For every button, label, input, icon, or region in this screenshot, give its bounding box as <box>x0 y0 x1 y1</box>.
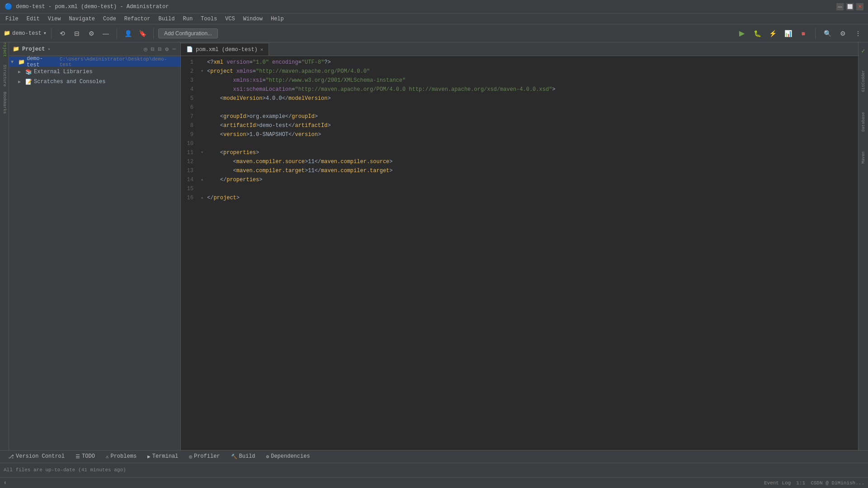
filter-icon[interactable]: ⊟ <box>157 45 163 54</box>
line-number-5: 5 <box>181 94 199 103</box>
tree-item-demo-test[interactable]: ▼ 📁 demo-test C:\Users\Administrator\Des… <box>9 57 180 67</box>
menu-edit[interactable]: Edit <box>23 15 43 23</box>
menu-window[interactable]: Window <box>240 15 266 23</box>
todo-label: TODO <box>82 453 95 460</box>
settings-gear-button[interactable]: ⚙ <box>836 27 849 40</box>
code-line-5: 5 <modelVersion>4.0.0</modelVersion> <box>181 94 858 103</box>
editor-area: 📄 pom.xml (demo-test) ✕ 1<?xml version="… <box>181 42 858 450</box>
line-number-10: 10 <box>181 139 199 148</box>
code-line-14: 14▴ </properties> <box>181 175 858 184</box>
more-button[interactable]: ⋮ <box>852 27 864 40</box>
menu-navigate[interactable]: Navigate <box>65 15 99 23</box>
stop-button[interactable]: ■ <box>797 27 810 40</box>
dependencies-label: Dependencies <box>271 453 310 460</box>
git-user-label: CSDN @ DiMinish... <box>811 480 864 486</box>
fold-gutter-11[interactable]: ▾ <box>199 148 205 157</box>
structure-icon[interactable]: Structure <box>0 71 9 80</box>
bookmark-button[interactable]: 🔖 <box>136 27 149 40</box>
collapse-all-icon[interactable]: ⊟ <box>150 45 156 54</box>
code-line-7: 7 <groupId>org.example</groupId> <box>181 112 858 121</box>
tab-terminal[interactable]: ▶ Terminal <box>143 452 183 461</box>
collapse-button[interactable]: ⊟ <box>71 27 83 40</box>
fold-gutter-14[interactable]: ▴ <box>199 175 205 184</box>
tree-label-ext-lib: External Libraries <box>34 69 93 75</box>
close-button[interactable]: ✕ <box>856 3 863 10</box>
project-panel: 📁 Project ▾ ◎ ⊟ ⊟ ⚙ — ▼ 📁 demo-test C:\U… <box>9 42 181 450</box>
status-bar: ⬆ Event Log 1:1 CSDN @ DiMinish... <box>0 477 868 488</box>
fold-gutter-16[interactable]: ▴ <box>199 193 205 202</box>
tab-problems[interactable]: ⚠ Problems <box>101 452 141 461</box>
tab-todo[interactable]: ☰ TODO <box>71 452 99 461</box>
bookmarks-icon[interactable]: Bookmarks <box>0 99 9 107</box>
menu-help[interactable]: Help <box>267 15 288 23</box>
menu-code[interactable]: Code <box>99 15 120 23</box>
tab-label-pom-xml: pom.xml (demo-test) <box>196 47 258 53</box>
fold-gutter-2[interactable]: ▾ <box>199 67 205 76</box>
project-folder-icon: 📁 <box>18 59 25 66</box>
line-number-3: 3 <box>181 76 199 85</box>
tab-close-button[interactable]: ✕ <box>260 47 264 52</box>
menu-build[interactable]: Build <box>155 15 178 23</box>
tree-item-external-libraries[interactable]: ▶ 📚 External Libraries <box>9 67 180 77</box>
line-number-8: 8 <box>181 121 199 130</box>
project-icon[interactable]: Project <box>0 44 9 52</box>
line-number-2: 2 <box>181 67 199 76</box>
todo-icon: ☰ <box>75 454 80 460</box>
project-dropdown-arrow[interactable]: ▾ <box>47 47 50 52</box>
event-log-label[interactable]: Event Log <box>764 480 791 486</box>
tree-item-scratches[interactable]: ▶ 📝 Scratches and Consoles <box>9 77 180 87</box>
line-number-11: 11 <box>181 148 199 157</box>
menu-vcs[interactable]: VCS <box>222 15 239 23</box>
menu-file[interactable]: File <box>2 15 22 23</box>
code-line-15: 15 <box>181 184 858 193</box>
menu-tools[interactable]: Tools <box>197 15 221 23</box>
maven-label[interactable]: Maven <box>860 149 867 166</box>
window-controls[interactable]: — ⬜ ✕ <box>836 3 863 10</box>
status-message: All files are up-to-date (41 minutes ago… <box>4 467 126 473</box>
coverage-button[interactable]: ⚡ <box>766 27 779 40</box>
tree-label-scratches: Scratches and Consoles <box>34 79 105 85</box>
menu-bar: File Edit View Navigate Code Refactor Bu… <box>0 14 868 24</box>
search-everywhere-button[interactable]: 🔍 <box>821 27 834 40</box>
code-content-8: <artifactId>demo-test</artifactId> <box>205 121 858 130</box>
code-line-1: 1<?xml version="1.0" encoding="UTF-8"?> <box>181 58 858 67</box>
gear-small-icon[interactable]: ⚙ <box>164 45 170 54</box>
menu-view[interactable]: View <box>44 15 65 23</box>
code-line-8: 8 <artifactId>demo-test</artifactId> <box>181 121 858 130</box>
tree-path-demo-test: C:\Users\Administrator\Desktop\demo-test <box>60 56 179 67</box>
profile-user-button[interactable]: 👤 <box>122 27 134 40</box>
hide-icon[interactable]: — <box>171 45 177 54</box>
expand-arrow-ext-lib: ▶ <box>18 69 24 75</box>
minimize-button[interactable]: — <box>836 3 844 10</box>
maximize-button[interactable]: ⬜ <box>846 3 854 10</box>
title-bar-left: 🔵 demo-test - pom.xml (demo-test) - Admi… <box>5 3 169 10</box>
tab-bar: 📄 pom.xml (demo-test) ✕ <box>181 42 858 56</box>
tab-version-control[interactable]: ⎇ Version Control <box>4 452 69 461</box>
tab-build[interactable]: 🔨 Build <box>226 452 260 461</box>
app-logo: 🔵 <box>5 3 12 10</box>
tab-dependencies[interactable]: ⚙ Dependencies <box>262 452 315 461</box>
tab-profiler[interactable]: ◎ Profiler <box>184 452 224 461</box>
gitcodder-label[interactable]: GitCodder <box>860 67 867 95</box>
database-label[interactable]: Database <box>860 109 867 134</box>
code-line-3: 3 xmlns:xsi="http://www.w3.org/2001/XMLS… <box>181 76 858 85</box>
bottom-tabs: ⎇ Version Control ☰ TODO ⚠ Problems ▶ Te… <box>0 450 868 463</box>
run-button[interactable]: ▶ <box>736 27 748 40</box>
debug-button[interactable]: 🐛 <box>751 27 764 40</box>
project-header-icons: ◎ ⊟ ⊟ ⚙ — <box>143 45 177 54</box>
editor-tab-pom-xml[interactable]: 📄 pom.xml (demo-test) ✕ <box>181 43 269 56</box>
locate-icon[interactable]: ◎ <box>143 45 148 54</box>
file-valid-icon: ✓ <box>860 44 866 57</box>
terminal-label: Terminal <box>152 453 179 460</box>
menu-run[interactable]: Run <box>179 15 196 23</box>
profile-button[interactable]: 📊 <box>782 27 794 40</box>
tree-label-demo-test: demo-test <box>27 56 56 68</box>
close-panel-button[interactable]: — <box>99 27 112 40</box>
code-editor[interactable]: 1<?xml version="1.0" encoding="UTF-8"?>2… <box>181 56 858 450</box>
menu-refactor[interactable]: Refactor <box>121 15 154 23</box>
sync-button[interactable]: ⟲ <box>56 27 69 40</box>
project-selector[interactable]: 📁 demo-test ▾ <box>4 30 47 37</box>
settings-button[interactable]: ⚙ <box>85 27 98 40</box>
add-configuration-button[interactable]: Add Configuration... <box>158 28 218 38</box>
title-bar: 🔵 demo-test - pom.xml (demo-test) - Admi… <box>0 0 868 14</box>
